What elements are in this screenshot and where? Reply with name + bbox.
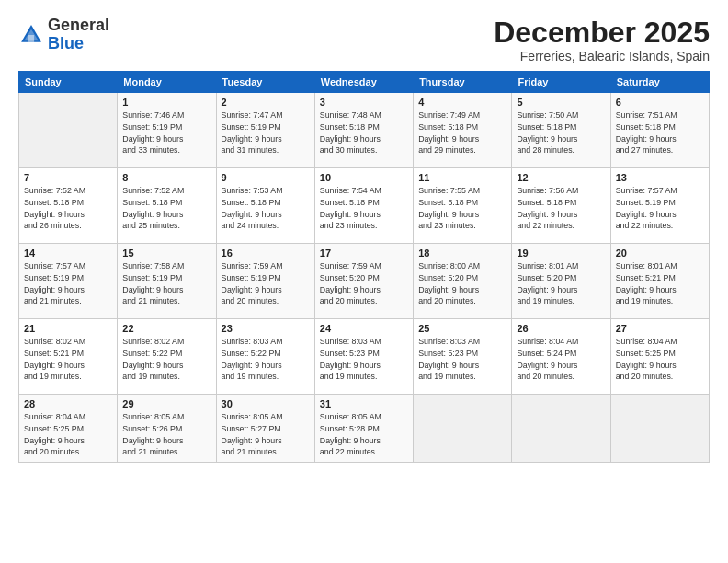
svg-rect-2 — [28, 35, 34, 42]
day-info: Sunrise: 7:46 AMSunset: 5:19 PMDaylight:… — [122, 109, 210, 156]
calendar-cell: 6Sunrise: 7:51 AMSunset: 5:18 PMDaylight… — [610, 93, 709, 168]
day-number: 18 — [418, 247, 506, 259]
weekday-header: Friday — [512, 72, 610, 93]
calendar-cell: 24Sunrise: 8:03 AMSunset: 5:23 PMDayligh… — [314, 319, 413, 395]
calendar-cell: 22Sunrise: 8:02 AMSunset: 5:22 PMDayligh… — [118, 319, 216, 395]
day-info: Sunrise: 7:47 AMSunset: 5:19 PMDaylight:… — [222, 109, 310, 156]
calendar-cell: 14Sunrise: 7:57 AMSunset: 5:19 PMDayligh… — [19, 244, 118, 319]
day-number: 1 — [122, 97, 210, 108]
calendar-week-row: 1Sunrise: 7:46 AMSunset: 5:19 PMDaylight… — [19, 93, 710, 168]
day-info: Sunrise: 7:57 AMSunset: 5:19 PMDaylight:… — [24, 260, 112, 307]
day-info: Sunrise: 8:04 AMSunset: 5:25 PMDaylight:… — [24, 411, 112, 458]
calendar-cell: 27Sunrise: 8:04 AMSunset: 5:25 PMDayligh… — [610, 319, 709, 395]
logo-blue: Blue — [48, 34, 84, 52]
day-info: Sunrise: 8:02 AMSunset: 5:21 PMDaylight:… — [24, 336, 112, 383]
day-info: Sunrise: 7:50 AMSunset: 5:18 PMDaylight:… — [517, 109, 605, 156]
day-info: Sunrise: 8:05 AMSunset: 5:27 PMDaylight:… — [222, 411, 310, 458]
day-number: 30 — [222, 398, 310, 409]
day-number: 17 — [320, 247, 408, 259]
day-number: 21 — [24, 323, 112, 334]
calendar-cell: 29Sunrise: 8:05 AMSunset: 5:26 PMDayligh… — [118, 395, 216, 463]
calendar-week-row: 28Sunrise: 8:04 AMSunset: 5:25 PMDayligh… — [19, 395, 710, 463]
logo-icon — [18, 22, 44, 48]
day-info: Sunrise: 7:59 AMSunset: 5:20 PMDaylight:… — [320, 260, 408, 307]
day-number: 5 — [517, 97, 605, 108]
calendar-cell: 23Sunrise: 8:03 AMSunset: 5:22 PMDayligh… — [216, 319, 314, 395]
calendar-cell: 7Sunrise: 7:52 AMSunset: 5:18 PMDaylight… — [19, 168, 118, 244]
calendar-week-row: 14Sunrise: 7:57 AMSunset: 5:19 PMDayligh… — [19, 244, 710, 319]
day-number: 2 — [222, 97, 310, 108]
day-number: 24 — [320, 323, 408, 334]
calendar-cell: 3Sunrise: 7:48 AMSunset: 5:18 PMDaylight… — [314, 93, 413, 168]
day-number: 27 — [616, 323, 704, 334]
day-info: Sunrise: 8:04 AMSunset: 5:25 PMDaylight:… — [616, 336, 704, 383]
day-number: 7 — [24, 172, 112, 183]
location: Ferreries, Balearic Islands, Spain — [494, 49, 710, 63]
day-number: 8 — [122, 172, 210, 183]
weekday-header: Wednesday — [314, 72, 413, 93]
calendar-cell: 26Sunrise: 8:04 AMSunset: 5:24 PMDayligh… — [512, 319, 610, 395]
day-info: Sunrise: 7:55 AMSunset: 5:18 PMDaylight:… — [418, 185, 506, 232]
weekday-header: Sunday — [19, 72, 118, 93]
day-info: Sunrise: 8:00 AMSunset: 5:20 PMDaylight:… — [418, 260, 506, 307]
day-info: Sunrise: 8:03 AMSunset: 5:23 PMDaylight:… — [320, 336, 408, 383]
calendar-cell — [414, 395, 512, 463]
day-info: Sunrise: 8:04 AMSunset: 5:24 PMDaylight:… — [517, 336, 605, 383]
weekday-header: Saturday — [610, 72, 709, 93]
day-number: 9 — [222, 172, 310, 183]
day-number: 31 — [320, 398, 408, 409]
day-info: Sunrise: 7:49 AMSunset: 5:18 PMDaylight:… — [418, 109, 506, 156]
month-title: December 2025 — [494, 17, 710, 49]
calendar-cell: 4Sunrise: 7:49 AMSunset: 5:18 PMDaylight… — [414, 93, 512, 168]
day-info: Sunrise: 8:05 AMSunset: 5:28 PMDaylight:… — [320, 411, 408, 458]
day-number: 26 — [517, 323, 605, 334]
calendar-cell: 2Sunrise: 7:47 AMSunset: 5:19 PMDaylight… — [216, 93, 314, 168]
calendar-cell: 5Sunrise: 7:50 AMSunset: 5:18 PMDaylight… — [512, 93, 610, 168]
day-number: 14 — [24, 247, 112, 259]
day-info: Sunrise: 7:51 AMSunset: 5:18 PMDaylight:… — [616, 109, 704, 156]
day-number: 25 — [418, 323, 506, 334]
day-number: 3 — [320, 97, 408, 108]
day-number: 22 — [122, 323, 210, 334]
calendar-cell: 18Sunrise: 8:00 AMSunset: 5:20 PMDayligh… — [414, 244, 512, 319]
calendar-week-row: 7Sunrise: 7:52 AMSunset: 5:18 PMDaylight… — [19, 168, 710, 244]
day-info: Sunrise: 7:48 AMSunset: 5:18 PMDaylight:… — [320, 109, 408, 156]
day-info: Sunrise: 7:52 AMSunset: 5:18 PMDaylight:… — [24, 185, 112, 232]
day-info: Sunrise: 7:52 AMSunset: 5:18 PMDaylight:… — [122, 185, 210, 232]
day-number: 23 — [222, 323, 310, 334]
day-info: Sunrise: 7:54 AMSunset: 5:18 PMDaylight:… — [320, 185, 408, 232]
calendar-cell: 13Sunrise: 7:57 AMSunset: 5:19 PMDayligh… — [610, 168, 709, 244]
calendar-cell: 31Sunrise: 8:05 AMSunset: 5:28 PMDayligh… — [314, 395, 413, 463]
calendar-cell: 15Sunrise: 7:58 AMSunset: 5:19 PMDayligh… — [118, 244, 216, 319]
day-number: 19 — [517, 247, 605, 259]
calendar-table: SundayMondayTuesdayWednesdayThursdayFrid… — [18, 71, 710, 463]
calendar-cell: 19Sunrise: 8:01 AMSunset: 5:20 PMDayligh… — [512, 244, 610, 319]
day-number: 12 — [517, 172, 605, 183]
logo-general: General — [48, 16, 109, 34]
logo: General Blue — [18, 17, 109, 53]
day-info: Sunrise: 8:01 AMSunset: 5:20 PMDaylight:… — [517, 260, 605, 307]
day-info: Sunrise: 7:57 AMSunset: 5:19 PMDaylight:… — [616, 185, 704, 232]
day-info: Sunrise: 8:05 AMSunset: 5:26 PMDaylight:… — [122, 411, 210, 458]
day-number: 29 — [122, 398, 210, 409]
day-number: 11 — [418, 172, 506, 183]
day-info: Sunrise: 8:01 AMSunset: 5:21 PMDaylight:… — [616, 260, 704, 307]
calendar-cell: 11Sunrise: 7:55 AMSunset: 5:18 PMDayligh… — [414, 168, 512, 244]
day-info: Sunrise: 7:56 AMSunset: 5:18 PMDaylight:… — [517, 185, 605, 232]
weekday-header: Thursday — [414, 72, 512, 93]
calendar-cell: 20Sunrise: 8:01 AMSunset: 5:21 PMDayligh… — [610, 244, 709, 319]
calendar-cell: 28Sunrise: 8:04 AMSunset: 5:25 PMDayligh… — [19, 395, 118, 463]
day-number: 16 — [222, 247, 310, 259]
calendar-cell — [610, 395, 709, 463]
day-info: Sunrise: 7:58 AMSunset: 5:19 PMDaylight:… — [122, 260, 210, 307]
logo-text: General Blue — [48, 17, 109, 53]
calendar-cell — [512, 395, 610, 463]
calendar-cell: 8Sunrise: 7:52 AMSunset: 5:18 PMDaylight… — [118, 168, 216, 244]
weekday-header: Monday — [118, 72, 216, 93]
day-info: Sunrise: 8:03 AMSunset: 5:23 PMDaylight:… — [418, 336, 506, 383]
calendar-cell: 17Sunrise: 7:59 AMSunset: 5:20 PMDayligh… — [314, 244, 413, 319]
day-number: 6 — [616, 97, 704, 108]
calendar-cell: 12Sunrise: 7:56 AMSunset: 5:18 PMDayligh… — [512, 168, 610, 244]
day-number: 20 — [616, 247, 704, 259]
day-number: 10 — [320, 172, 408, 183]
